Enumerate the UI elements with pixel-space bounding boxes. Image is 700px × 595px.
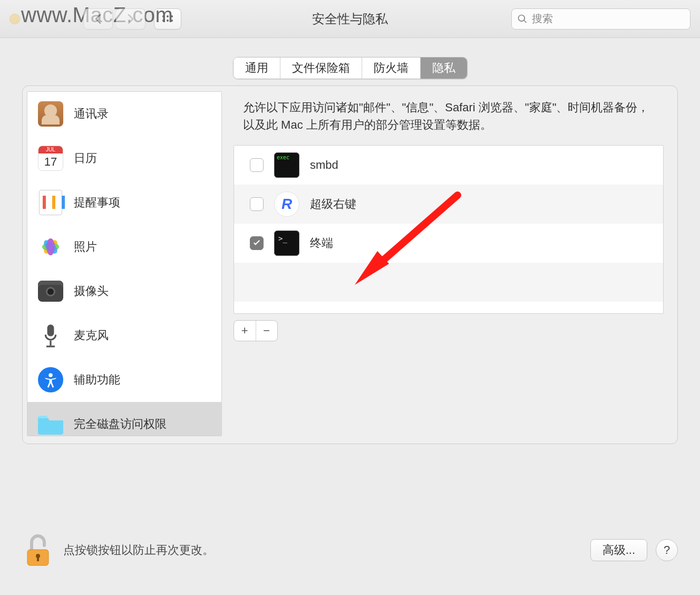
app-label: smbd	[310, 158, 338, 172]
svg-rect-13	[46, 346, 55, 347]
tab-privacy[interactable]: 隐私	[421, 57, 467, 79]
tabs-row: 通用 文件保险箱 防火墙 隐私	[0, 38, 700, 79]
svg-point-10	[46, 238, 55, 255]
content-panel: 通讯录 JUL17 日历 提醒事项	[22, 85, 678, 444]
sidebar-item-label: 摄像头	[74, 283, 109, 299]
tab-filevault[interactable]: 文件保险箱	[280, 57, 362, 79]
photos-icon	[37, 233, 64, 261]
forward-button[interactable]	[116, 8, 145, 30]
footer: 点按锁按钮以防止再次更改。 高级... ?	[0, 516, 700, 595]
app-label: 超级右键	[310, 196, 356, 212]
lock-icon[interactable]	[22, 532, 54, 569]
svg-point-4	[167, 20, 169, 22]
svg-point-1	[167, 15, 169, 17]
search-icon	[517, 14, 528, 24]
close-window-button[interactable]	[9, 14, 20, 24]
app-row-empty	[234, 263, 663, 302]
folder-icon	[37, 410, 64, 436]
calendar-icon: JUL17	[37, 145, 64, 172]
sidebar-item-label: 麦克风	[74, 328, 109, 343]
tab-firewall[interactable]: 防火墙	[362, 57, 421, 79]
svg-point-3	[162, 20, 164, 22]
camera-icon	[37, 277, 64, 305]
add-app-button[interactable]: +	[234, 321, 256, 341]
sidebar-item-calendar[interactable]: JUL17 日历	[27, 136, 221, 180]
detail-description: 允许以下应用访问诸如"邮件"、"信息"、Safari 浏览器、"家庭"、时间机器…	[234, 91, 664, 133]
svg-rect-11	[47, 324, 54, 336]
help-button[interactable]: ?	[656, 539, 678, 561]
accessibility-icon	[37, 366, 64, 394]
sidebar-item-accessibility[interactable]: 辅助功能	[27, 358, 221, 402]
sidebar-item-microphone[interactable]: 麦克风	[27, 313, 221, 358]
sidebar-item-label: 提醒事项	[74, 195, 120, 210]
svg-point-0	[162, 15, 164, 17]
privacy-category-sidebar[interactable]: 通讯录 JUL17 日历 提醒事项	[27, 91, 222, 436]
app-row-terminal[interactable]: 终端	[234, 224, 663, 263]
checkbox-superright[interactable]	[250, 197, 264, 211]
app-icon-r: R	[274, 191, 299, 217]
add-remove-buttons: + −	[234, 320, 278, 341]
search-input[interactable]: 搜索	[511, 8, 691, 30]
sidebar-item-label: 通讯录	[74, 106, 109, 122]
sidebar-item-label: 照片	[74, 239, 97, 255]
sidebar-item-reminders[interactable]: 提醒事项	[27, 180, 221, 225]
checkbox-smbd[interactable]	[250, 158, 264, 172]
sidebar-item-label: 日历	[74, 150, 97, 166]
sidebar-item-photos[interactable]: 照片	[27, 225, 221, 269]
svg-rect-12	[50, 341, 51, 346]
app-label: 终端	[310, 235, 333, 251]
remove-app-button[interactable]: −	[256, 321, 278, 341]
show-all-button[interactable]	[154, 8, 181, 30]
advanced-button[interactable]: 高级...	[590, 539, 647, 561]
contacts-icon	[37, 100, 64, 128]
exec-icon	[274, 152, 299, 178]
svg-point-2	[171, 15, 173, 17]
svg-rect-20	[37, 556, 39, 561]
sidebar-item-label: 完全磁盘访问权限	[74, 416, 167, 432]
microphone-icon	[37, 322, 64, 349]
terminal-icon	[274, 231, 299, 256]
sidebar-item-contacts[interactable]: 通讯录	[27, 92, 221, 136]
detail-panel: 允许以下应用访问诸如"邮件"、"信息"、Safari 浏览器、"家庭"、时间机器…	[234, 86, 677, 444]
app-row-superright[interactable]: R 超级右键	[234, 185, 663, 224]
svg-point-14	[48, 373, 53, 378]
sidebar-item-fulldisk[interactable]: 完全磁盘访问权限	[27, 402, 221, 436]
sidebar-item-label: 辅助功能	[74, 372, 120, 388]
search-placeholder: 搜索	[532, 12, 553, 26]
lock-hint: 点按锁按钮以防止再次更改。	[63, 542, 214, 558]
back-button[interactable]	[83, 8, 113, 30]
app-row-smbd[interactable]: smbd	[234, 146, 663, 185]
sidebar-item-camera[interactable]: 摄像头	[27, 269, 221, 313]
app-permission-list: smbd R 超级右键 终端	[234, 145, 664, 314]
tab-general[interactable]: 通用	[234, 57, 280, 79]
reminders-icon	[37, 189, 64, 216]
svg-point-5	[171, 20, 173, 22]
tab-bar: 通用 文件保险箱 防火墙 隐私	[233, 57, 468, 79]
title-bar: www.MacZ.com 安全性与隐私 搜索	[0, 0, 700, 38]
checkbox-terminal[interactable]	[250, 236, 264, 250]
